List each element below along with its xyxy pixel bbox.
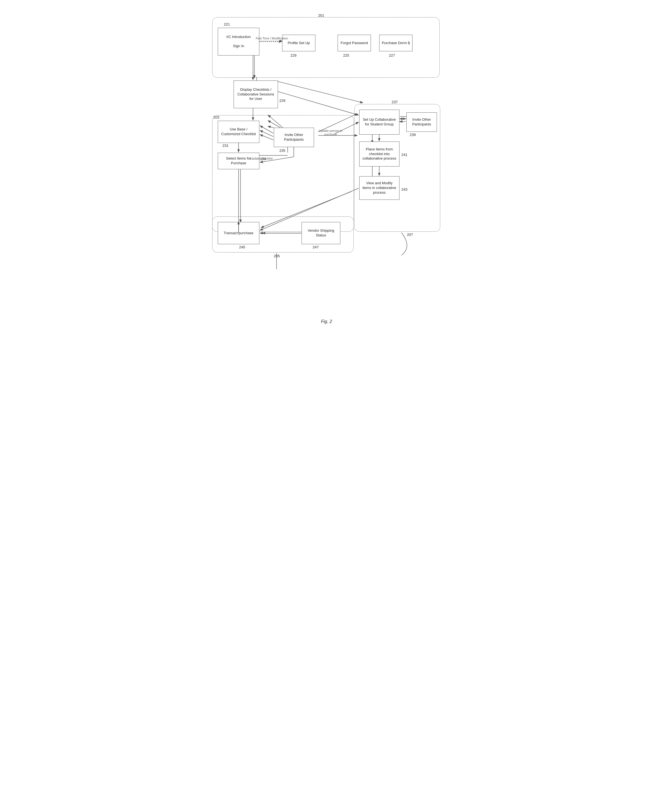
label-241: 241 bbox=[402, 153, 408, 157]
label-update-person: Update person to purchase bbox=[317, 129, 344, 136]
box-purchase-dorm: Purchase Dorm $ bbox=[379, 35, 413, 51]
label-235: 235 bbox=[279, 148, 285, 153]
box-invite-left: Invite Other Participiants bbox=[274, 128, 314, 147]
label-223: 229 bbox=[291, 53, 297, 58]
label-first-time: First Time / Modification bbox=[256, 37, 288, 40]
fig-label: Fig. 2 bbox=[207, 319, 446, 324]
label-229: 229 bbox=[279, 99, 285, 103]
box-forgot-password: Forgot Password bbox=[338, 35, 371, 51]
label-update-checklist: Update checklist bbox=[250, 157, 273, 160]
label-201: 201 bbox=[318, 13, 324, 17]
label-221: 221 bbox=[224, 22, 230, 26]
arrow-down-1 bbox=[251, 55, 257, 82]
box-view-modify: View and Modify items in collaborative p… bbox=[359, 176, 399, 200]
label-247: 247 bbox=[313, 245, 319, 249]
box-display-checklists: Display Checklists / Collaborative Sessi… bbox=[234, 81, 278, 108]
box-place-items: Place Items from checklist into collabor… bbox=[359, 142, 399, 166]
box-invite-right: Invite Other Participants bbox=[406, 112, 437, 132]
diagram-container: 201 I/C IntroductionSign In 221 Profile … bbox=[207, 6, 446, 311]
label-225: 225 bbox=[343, 53, 349, 58]
label-245: 245 bbox=[239, 245, 245, 249]
label-203: 203 bbox=[213, 115, 219, 119]
label-237: 237 bbox=[392, 100, 398, 104]
label-205: 205 bbox=[274, 254, 280, 258]
label-239: 239 bbox=[410, 133, 416, 137]
box-ic-sign-in: I/C IntroductionSign In bbox=[218, 28, 259, 55]
label-231: 231 bbox=[222, 143, 228, 148]
svg-line-17 bbox=[274, 81, 362, 103]
box-set-up-collaborative: Set Up Collaborative for Student Group bbox=[359, 110, 399, 134]
box-select-items: Select Items for Purchase bbox=[218, 153, 259, 169]
box-transact-purchase: Transact purchase bbox=[218, 222, 259, 244]
label-227: 227 bbox=[389, 53, 395, 58]
label-243: 243 bbox=[402, 187, 408, 191]
box-use-base-checklist: Use Base / Customized Checklist bbox=[218, 121, 259, 143]
label-207: 207 bbox=[407, 232, 413, 237]
svg-line-24 bbox=[278, 92, 359, 115]
box-vendor-shipping: Vendor Shipping Status bbox=[301, 222, 340, 244]
